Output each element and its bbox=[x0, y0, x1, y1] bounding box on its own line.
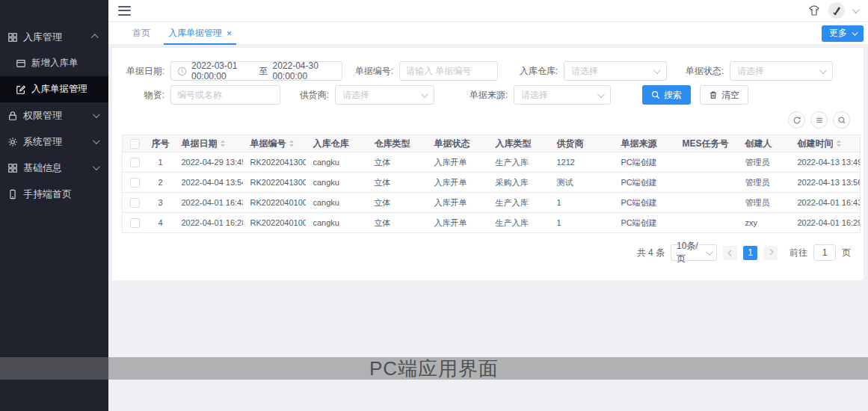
sidebar-item-inbound-order-management[interactable]: 入库单据管理 bbox=[0, 76, 108, 102]
table-row[interactable]: 42022-04-01 16:28:03RK202204010001 cangk… bbox=[123, 213, 861, 233]
chevron-down-icon bbox=[653, 67, 661, 74]
tab-inbound-order-management[interactable]: 入库单据管理 × bbox=[159, 22, 241, 45]
row-checkbox[interactable] bbox=[130, 198, 140, 208]
inbound-orders-table: 序号 单据日期 单据编号 入库仓库 仓库类型 单据状态 入库类型 供货商 单据来… bbox=[122, 135, 861, 233]
order-source-select[interactable]: 请选择 bbox=[514, 85, 611, 105]
chevron-down-icon bbox=[93, 137, 100, 144]
sidebar-item-label: 入库单据管理 bbox=[31, 83, 108, 96]
next-page-button[interactable] bbox=[763, 246, 778, 260]
search-button[interactable]: 搜索 bbox=[642, 85, 691, 105]
date-start-value: 2022-03-01 00:00:00 bbox=[191, 61, 255, 81]
goto-page-input[interactable] bbox=[813, 244, 836, 261]
sort-icon[interactable] bbox=[221, 140, 225, 147]
refresh-button[interactable] bbox=[788, 111, 805, 129]
theme-skin-icon[interactable] bbox=[807, 4, 821, 17]
column-header-sortable[interactable]: 单据编号 bbox=[243, 135, 306, 152]
close-icon[interactable]: × bbox=[227, 29, 232, 38]
column-header: MES任务号 bbox=[675, 135, 738, 152]
chevron-down-icon bbox=[706, 248, 713, 256]
content-card: 单据日期: 2022-03-01 00:00:00 至 2022-04-30 0… bbox=[112, 48, 864, 280]
grid-icon bbox=[7, 31, 18, 43]
user-avatar[interactable] bbox=[828, 2, 845, 19]
sidebar-item-label: 入库管理 bbox=[23, 31, 93, 44]
date-separator: 至 bbox=[259, 65, 268, 78]
grid-icon bbox=[7, 162, 18, 173]
table-search-button[interactable] bbox=[833, 111, 850, 129]
chevron-right-icon bbox=[767, 249, 773, 255]
gear-icon bbox=[7, 136, 18, 147]
material-input[interactable] bbox=[171, 86, 280, 104]
table-toolbar bbox=[121, 111, 852, 129]
supplier-select[interactable]: 请选择 bbox=[335, 85, 434, 105]
order-status-select[interactable]: 请选择 bbox=[730, 61, 833, 81]
column-header: 入库仓库 bbox=[306, 135, 367, 152]
page-number-1[interactable]: 1 bbox=[743, 246, 757, 260]
menu-toggle-icon[interactable] bbox=[118, 6, 131, 16]
goto-label: 前往 bbox=[789, 247, 807, 259]
sidebar-item-label: 权限管理 bbox=[23, 109, 93, 123]
clear-button[interactable]: 清空 bbox=[700, 85, 748, 105]
clear-button-label: 清空 bbox=[721, 89, 739, 102]
sidebar-item-permission-management[interactable]: 权限管理 bbox=[0, 102, 108, 129]
sort-icon[interactable] bbox=[289, 140, 294, 147]
date-range-input[interactable]: 2022-03-01 00:00:00 至 2022-04-30 00:00:0… bbox=[170, 61, 342, 81]
sidebar-item-label: 系统管理 bbox=[23, 135, 93, 149]
tab-bar: 首页 入库单据管理 × 更多 bbox=[108, 22, 868, 45]
tab-label: 首页 bbox=[132, 27, 150, 40]
select-placeholder: 请选择 bbox=[514, 89, 597, 102]
column-header: 入库类型 bbox=[488, 135, 550, 152]
tab-home[interactable]: 首页 bbox=[123, 22, 159, 45]
column-settings-button[interactable] bbox=[810, 111, 828, 129]
page-unit: 页 bbox=[842, 247, 851, 259]
row-checkbox[interactable] bbox=[130, 158, 140, 167]
chevron-down-icon bbox=[93, 111, 100, 118]
table-row[interactable]: 22022-04-04 13:54:40RK202204130002 cangk… bbox=[123, 173, 861, 193]
column-header: 序号 bbox=[147, 135, 174, 152]
more-button-label: 更多 bbox=[829, 27, 847, 40]
sidebar-item-system-management[interactable]: 系统管理 bbox=[0, 129, 108, 155]
total-count: 共 4 条 bbox=[637, 247, 665, 259]
clock-icon bbox=[177, 67, 187, 76]
column-header-sortable[interactable]: 创建时间 bbox=[790, 135, 861, 152]
order-source-label: 单据来源: bbox=[463, 89, 508, 102]
sidebar-item-handheld-home[interactable]: 手持端首页 bbox=[0, 181, 108, 207]
date-range-label: 单据日期: bbox=[121, 65, 164, 78]
search-button-label: 搜索 bbox=[664, 89, 682, 102]
row-checkbox[interactable] bbox=[130, 218, 140, 228]
chevron-down-icon bbox=[93, 163, 100, 170]
warehouse-select[interactable]: 请选择 bbox=[564, 61, 667, 81]
sidebar-item-label: 手持端首页 bbox=[23, 188, 108, 201]
material-label: 物资: bbox=[121, 89, 164, 102]
column-header-sortable[interactable]: 单据日期 bbox=[174, 135, 243, 152]
sidebar-item-inbound-management[interactable]: 入库管理 bbox=[0, 24, 108, 50]
tab-label: 入库单据管理 bbox=[168, 27, 222, 40]
document-icon bbox=[15, 58, 26, 69]
order-status-label: 单据状态: bbox=[679, 65, 724, 78]
mobile-icon bbox=[7, 188, 18, 200]
sidebar-item-basic-info[interactable]: 基础信息 bbox=[0, 155, 108, 181]
chevron-down-icon bbox=[421, 90, 428, 98]
chevron-down-icon bbox=[597, 90, 605, 98]
page-size-select[interactable]: 10条/页 bbox=[671, 244, 717, 261]
sidebar-item-new-inbound-order[interactable]: 新增入库单 bbox=[0, 50, 108, 76]
row-checkbox[interactable] bbox=[130, 178, 140, 188]
select-placeholder: 请选择 bbox=[730, 65, 819, 78]
top-bar bbox=[108, 0, 868, 22]
list-settings-icon bbox=[815, 116, 824, 125]
trash-icon bbox=[709, 90, 718, 99]
chevron-left-icon bbox=[727, 250, 733, 256]
order-no-input[interactable] bbox=[400, 62, 497, 80]
prev-page-button[interactable] bbox=[723, 246, 737, 260]
material-field bbox=[170, 85, 280, 105]
table-row[interactable]: 32022-04-01 16:43:21RK202204010002 cangk… bbox=[123, 193, 861, 213]
chevron-down-icon[interactable] bbox=[852, 6, 860, 13]
page-size-value: 10条/页 bbox=[671, 240, 706, 265]
caption-banner: PC端应用界面 bbox=[0, 357, 868, 380]
chevron-down-icon bbox=[819, 67, 827, 74]
select-all-checkbox[interactable] bbox=[130, 139, 140, 149]
supplier-label: 供货商: bbox=[293, 89, 329, 102]
more-button[interactable]: 更多 bbox=[822, 25, 864, 42]
select-placeholder: 请选择 bbox=[564, 65, 653, 78]
table-row[interactable]: 12022-04-29 13:45:43RK202204130001 cangk… bbox=[123, 152, 861, 173]
sort-icon[interactable] bbox=[837, 140, 841, 147]
